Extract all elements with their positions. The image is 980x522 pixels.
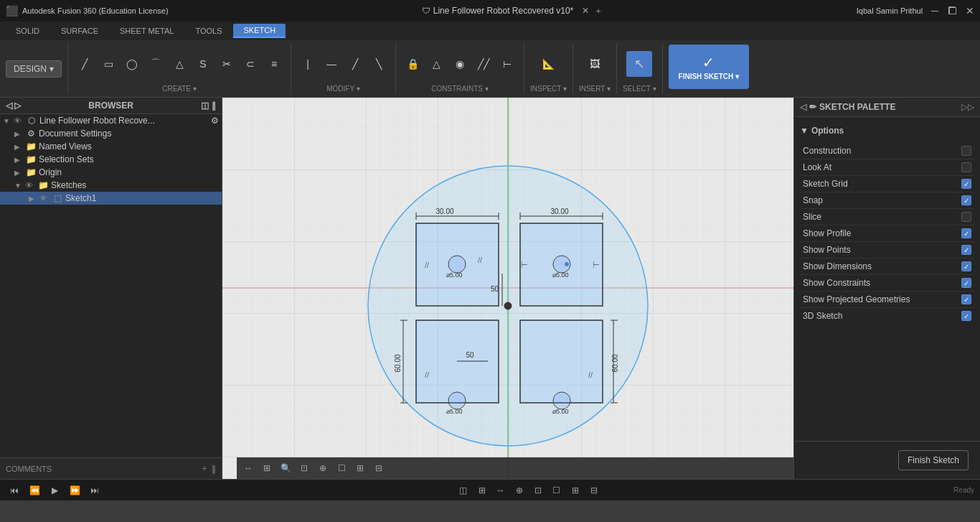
tree-item-selection-sets[interactable]: ▶ 📁 Selection Sets xyxy=(0,153,222,166)
palette-checkbox-show-profile[interactable]: ✓ xyxy=(961,228,971,238)
select-tool[interactable]: ↖ xyxy=(626,51,652,77)
palette-checkbox-look-at[interactable] xyxy=(961,162,971,172)
grid-settings-btn[interactable]: ⊞ xyxy=(352,460,369,476)
collinear-constraint[interactable]: △ xyxy=(425,53,447,75)
palette-checkbox-show-points[interactable]: ✓ xyxy=(961,245,971,255)
palette-checkbox-show-projected[interactable]: ✓ xyxy=(961,294,971,304)
bottom-tool-5[interactable]: ⊡ xyxy=(529,483,547,498)
palette-checkbox-3d-sketch[interactable]: ✓ xyxy=(961,311,971,321)
tab-tools[interactable]: TOOLS xyxy=(185,24,232,37)
measure-tool[interactable]: 📐 xyxy=(534,53,562,75)
maximize-btn[interactable]: ⧠ xyxy=(947,5,957,17)
tree-item-root[interactable]: ▼ 👁 ⬡ Line Follower Robot Recove... ⚙ xyxy=(0,114,222,127)
create-label[interactable]: CREATE ▾ xyxy=(162,85,197,93)
extend-tool[interactable]: — xyxy=(321,53,342,75)
browser-collapse-icon[interactable]: ‖ xyxy=(212,101,216,111)
palette-label-show-points[interactable]: Show Points xyxy=(803,245,961,255)
bottom-tool-1[interactable]: ◫ xyxy=(455,483,472,498)
sketch-canvas[interactable]: 30.00 30.00 60.00 60.00 50 50 ⌀5 xyxy=(222,98,793,479)
bottom-tool-2[interactable]: ⊞ xyxy=(473,483,491,498)
inspect-label[interactable]: INSPECT ▾ xyxy=(530,85,567,93)
perpendicular-constraint[interactable]: ⊢ xyxy=(496,53,518,75)
constraints-label[interactable]: CONSTRAINTS ▾ xyxy=(431,85,488,93)
text-tool[interactable]: ✂ xyxy=(216,53,237,75)
close-btn[interactable]: ✕ xyxy=(966,5,974,17)
play-btn[interactable]: ▶ xyxy=(46,483,63,498)
palette-label-3d-sketch[interactable]: 3D Sketch xyxy=(803,311,961,321)
fit-view-btn[interactable]: ⊡ xyxy=(296,460,313,476)
fillet-tool[interactable]: ╱ xyxy=(344,53,366,75)
browser-expand-icon[interactable]: ◫ xyxy=(201,101,209,111)
palette-label-sketch-grid[interactable]: Sketch Grid xyxy=(803,179,961,189)
tab-sheet-metal[interactable]: SHEET METAL xyxy=(110,24,184,37)
tab-surface[interactable]: SURFACE xyxy=(51,24,108,37)
add-tab-icon[interactable]: ＋ xyxy=(594,6,603,16)
palette-label-construction[interactable]: Construction xyxy=(803,146,961,156)
coincident-constraint[interactable]: 🔒 xyxy=(402,53,423,75)
collapse-icon[interactable]: ‖ xyxy=(212,464,216,474)
snap-settings-btn[interactable]: ⊟ xyxy=(370,460,387,476)
insert-label[interactable]: INSERT ▾ xyxy=(579,85,611,93)
palette-checkbox-show-constraints[interactable]: ✓ xyxy=(961,278,971,288)
palette-checkbox-construction[interactable] xyxy=(961,146,971,156)
eye-icon-root[interactable]: 👁 xyxy=(14,116,24,125)
finish-sketch-palette-button[interactable]: Finish Sketch xyxy=(898,450,969,470)
palette-collapse-icon[interactable]: ▷▷ xyxy=(961,102,974,112)
play-back-btn[interactable]: ⏮ xyxy=(6,483,23,498)
eye-icon-sketch1[interactable]: 👁 xyxy=(39,194,50,202)
bottom-tool-3[interactable]: ↔ xyxy=(492,483,509,498)
settings-icon-root[interactable]: ⚙ xyxy=(211,116,219,126)
line-tool[interactable]: ╱ xyxy=(74,53,95,75)
palette-label-show-projected[interactable]: Show Projected Geometries xyxy=(803,294,961,304)
palette-label-slice[interactable]: Slice xyxy=(803,212,961,222)
pan-tool[interactable]: ↔ xyxy=(240,460,257,476)
close-tab-icon[interactable]: ✕ xyxy=(582,6,589,16)
select-label[interactable]: SELECT ▾ xyxy=(623,85,656,93)
tree-item-sketches[interactable]: ▼ 👁 📁 Sketches xyxy=(0,179,222,192)
palette-checkbox-show-dimensions[interactable]: ✓ xyxy=(961,261,971,271)
step-fwd-btn[interactable]: ⏩ xyxy=(66,483,83,498)
insert-image-tool[interactable]: 🖼 xyxy=(582,51,608,77)
palette-label-show-dimensions[interactable]: Show Dimensions xyxy=(803,261,961,271)
rectangle-tool[interactable]: ▭ xyxy=(98,53,119,75)
trim-tool[interactable]: | xyxy=(297,53,319,75)
arc-tool[interactable]: ⌒ xyxy=(145,53,166,75)
parallel-constraint[interactable]: ╱╱ xyxy=(473,53,494,75)
palette-checkbox-slice[interactable] xyxy=(961,212,971,222)
palette-label-look-at[interactable]: Look At xyxy=(803,162,961,172)
play-fwd-btn[interactable]: ⏭ xyxy=(86,483,103,498)
concentric-constraint[interactable]: ◉ xyxy=(449,53,471,75)
zoom-tool[interactable]: 🔍 xyxy=(277,460,294,476)
spline-tool[interactable]: S xyxy=(192,53,214,75)
step-back-btn[interactable]: ⏪ xyxy=(26,483,43,498)
modify-label[interactable]: MODIFY ▾ xyxy=(326,85,359,93)
add-comment-icon[interactable]: ＋ xyxy=(200,462,209,475)
mirror-tool[interactable]: ≡ xyxy=(263,53,285,75)
design-dropdown[interactable]: DESIGN ▾ xyxy=(6,60,62,78)
offset-tool[interactable]: ⊂ xyxy=(240,53,261,75)
tab-solid[interactable]: SOLID xyxy=(6,24,50,37)
minimize-btn[interactable]: ─ xyxy=(931,5,938,17)
tree-item-sketch1[interactable]: ▶ 👁 ⬚ Sketch1 xyxy=(0,192,222,205)
bottom-tool-7[interactable]: ⊞ xyxy=(567,483,584,498)
bottom-tool-4[interactable]: ⊕ xyxy=(511,483,528,498)
palette-expand-icon[interactable]: ◁ xyxy=(800,102,806,112)
finish-sketch-button[interactable]: ✓ FINISH SKETCH ▾ xyxy=(669,45,749,89)
circle-tool[interactable]: ◯ xyxy=(121,53,143,75)
palette-checkbox-sketch-grid[interactable]: ✓ xyxy=(961,179,971,189)
palette-checkbox-snap[interactable]: ✓ xyxy=(961,195,971,205)
visual-style-btn[interactable]: ☐ xyxy=(333,460,350,476)
palette-label-show-constraints[interactable]: Show Constraints xyxy=(803,278,961,288)
polygon-tool[interactable]: △ xyxy=(169,53,190,75)
grid-tool[interactable]: ⊞ xyxy=(258,460,275,476)
tree-item-named-views[interactable]: ▶ 📁 Named Views xyxy=(0,140,222,153)
bottom-tool-6[interactable]: ☐ xyxy=(548,483,565,498)
eye-icon-sketches[interactable]: 👁 xyxy=(25,181,35,190)
tree-item-doc-settings[interactable]: ▶ ⚙ Document Settings xyxy=(0,127,222,140)
palette-label-snap[interactable]: Snap xyxy=(803,195,961,205)
tab-sketch[interactable]: SKETCH xyxy=(233,24,286,38)
palette-label-show-profile[interactable]: Show Profile xyxy=(803,228,961,238)
chamfer-tool[interactable]: ╲ xyxy=(368,53,390,75)
display-settings[interactable]: ⊕ xyxy=(314,460,331,476)
bottom-tool-8[interactable]: ⊟ xyxy=(585,483,603,498)
